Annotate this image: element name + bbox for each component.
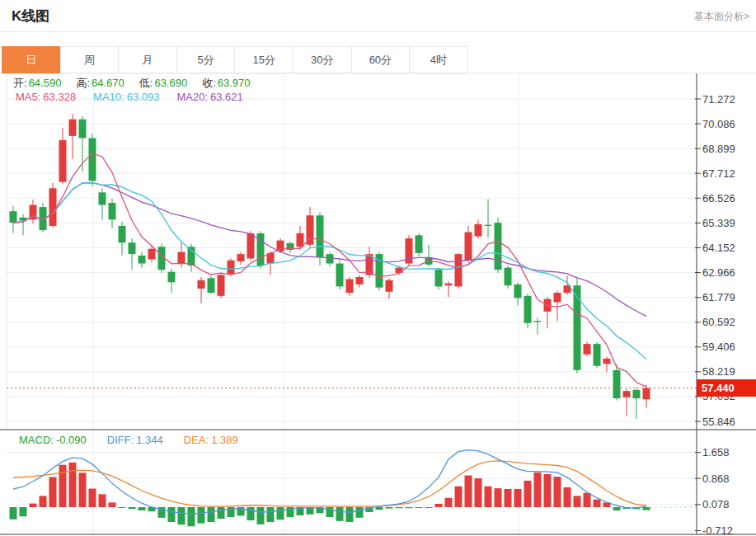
macd-tick-label: 1.658: [702, 446, 730, 458]
price-tick-label: 67.712: [702, 167, 735, 180]
ma10-line: [13, 183, 646, 360]
tab-day[interactable]: 日: [2, 46, 61, 73]
ma5-line: [13, 153, 646, 387]
price-tick-label: 60.592: [702, 316, 735, 328]
close-value: 63.970: [218, 77, 251, 89]
open-value: 64.590: [29, 77, 62, 89]
dea-label: DEA:: [184, 434, 209, 446]
low-value: 63.690: [154, 77, 187, 89]
macd-pair: MACD:-0.090: [16, 434, 87, 446]
ma10-label: MA10:: [93, 91, 124, 103]
ma10-value: 63.093: [127, 91, 160, 103]
dea-value: 1.389: [211, 434, 238, 446]
close-pair: 收:63.970: [202, 76, 250, 91]
ma20-pair: MA20:63.621: [174, 91, 242, 103]
tab-60min[interactable]: 60分: [351, 46, 411, 73]
high-pair: 高:64.670: [76, 76, 124, 91]
ma5-value: 63.328: [43, 91, 76, 103]
price-axis: 71.27270.08668.89967.71266.52665.33964.1…: [695, 93, 735, 428]
price-tick-label: 70.086: [702, 118, 735, 130]
candles-layer: [10, 114, 650, 419]
tab-week[interactable]: 周: [60, 46, 120, 73]
macd-label: MACD:: [19, 434, 54, 446]
diff-value: 1.344: [136, 434, 163, 446]
ma-readout: MA5:63.328 MA10:63.093 MA20:63.621: [13, 91, 243, 103]
low-pair: 低:63.690: [139, 76, 187, 91]
ma5-label: MA5:: [16, 91, 40, 103]
price-tick-label: 64.152: [702, 242, 735, 254]
open-pair: 开:64.590: [13, 76, 61, 91]
price-tick-label: 65.339: [702, 217, 735, 229]
ma5-pair: MA5:63.328: [13, 91, 76, 103]
price-tick-label: 61.779: [702, 291, 735, 303]
tab-15min[interactable]: 15分: [234, 46, 293, 73]
high-value: 64.670: [92, 77, 124, 89]
period-tab-bar: 日周月5分15分30分60分4时: [2, 46, 468, 73]
dea-line: [13, 461, 646, 506]
macd-tick-label: 0.078: [702, 498, 730, 510]
panel-borders: [0, 73, 756, 534]
dea-pair: DEA:1.389: [181, 434, 238, 446]
price-tick-label: 55.846: [702, 416, 735, 428]
current-price-badge: 57.440: [697, 379, 756, 397]
ma20-label: MA20:: [176, 91, 208, 103]
tab-month[interactable]: 月: [118, 46, 177, 73]
price-tick-label: 58.219: [702, 365, 735, 378]
tab-5min[interactable]: 5分: [176, 46, 236, 73]
price-tick-label: 62.966: [702, 266, 735, 279]
low-label: 低:: [139, 77, 153, 89]
macd-readout: MACD:-0.090 DIFF:1.344 DEA:1.389: [16, 434, 238, 446]
price-tick-label: 68.899: [702, 143, 735, 155]
macd-value: -0.090: [56, 434, 87, 446]
price-tick-label: 66.526: [702, 192, 735, 205]
macd-axis: 1.6580.8680.078-0.712: [695, 446, 733, 536]
tab-4hour[interactable]: 4时: [409, 46, 468, 73]
diff-label: DIFF:: [107, 434, 134, 446]
macd-tick-label: 0.868: [702, 473, 730, 485]
open-label: 开:: [13, 77, 27, 89]
diff-pair: DIFF:1.344: [105, 434, 163, 446]
tab-30min[interactable]: 30分: [293, 46, 352, 73]
kline-page: K线图 基本面分析> 日周月5分15分30分60分4时 71.27270.086…: [0, 0, 756, 536]
high-label: 高:: [76, 77, 90, 89]
close-label: 收:: [202, 77, 216, 89]
ohlc-readout: 开:64.590 高:64.670 低:63.690 收:63.970: [13, 76, 251, 91]
gridlines: [7, 73, 697, 534]
price-tick-label: 59.406: [702, 341, 735, 353]
ma20-value: 63.621: [210, 91, 243, 103]
price-tick-label: 71.272: [702, 93, 735, 106]
ma20-line: [13, 183, 646, 317]
ma10-pair: MA10:63.093: [91, 91, 159, 103]
